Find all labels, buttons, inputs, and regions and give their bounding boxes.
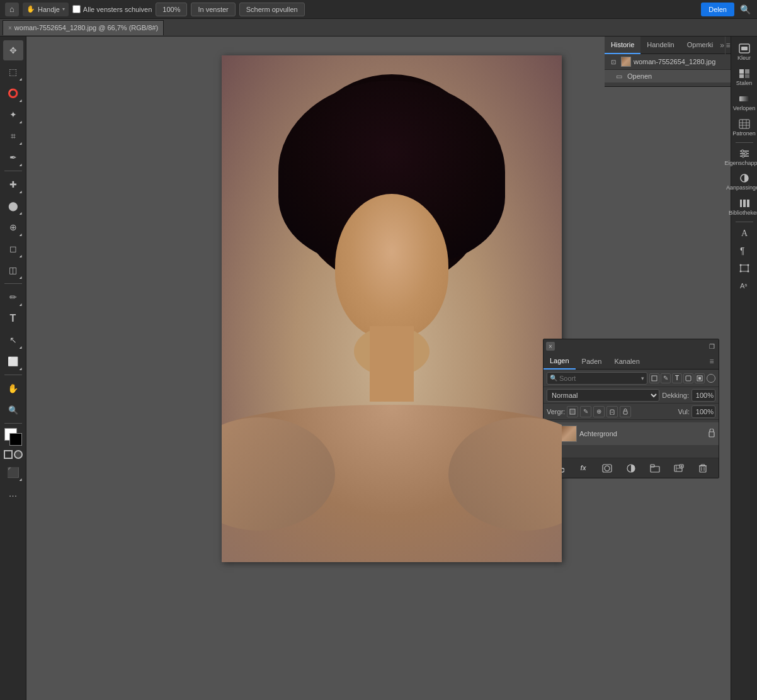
color-panel-icon: [737, 43, 751, 54]
lock-image-button[interactable]: ✎: [580, 406, 591, 417]
shape-tool-button[interactable]: ⬜: [3, 351, 23, 371]
clone-stamp-button[interactable]: ⊕: [3, 217, 23, 237]
layers-filter-toggle[interactable]: [707, 374, 715, 383]
tab-kanalen[interactable]: Kanalen: [608, 353, 646, 370]
main-layout: ✥ ⬚ ⭕ ✦ ⌗ ✒ ✚ ⬤ ⊕: [0, 37, 757, 700]
tool-selector[interactable]: ✋ Handje ▾: [23, 3, 69, 16]
layer-row-achtergrond[interactable]: Achtergrond: [544, 422, 719, 445]
eigenschappen-panel-button[interactable]: Eigenschappen: [733, 145, 756, 169]
layers-search-input[interactable]: [559, 375, 639, 382]
normal-mode-button[interactable]: [4, 450, 13, 459]
left-toolbar: ✥ ⬚ ⭕ ✦ ⌗ ✒ ✚ ⬤ ⊕: [0, 37, 26, 700]
all-windows-checkbox[interactable]: [72, 5, 81, 13]
history-item-openen[interactable]: ▭ Openen: [605, 70, 731, 82]
gradient-icon: ◫: [9, 265, 17, 275]
layer-name: Achtergrond: [579, 430, 705, 438]
text-panel-icon: A: [737, 227, 751, 239]
svg-rect-2: [739, 69, 744, 74]
verlopen-panel-button[interactable]: Verlopen: [733, 91, 756, 115]
right-panel-separator-1: [736, 142, 753, 143]
search-button[interactable]: 🔍: [738, 3, 752, 16]
svg-text:Aa: Aa: [740, 282, 747, 290]
hand-tool-button[interactable]: ✋: [3, 378, 23, 398]
magic-wand-button[interactable]: ✦: [3, 104, 23, 125]
new-fill-layer-button[interactable]: [624, 461, 638, 475]
stalen-panel-button[interactable]: Stalen: [733, 65, 756, 89]
lasso-tool-button[interactable]: ⭕: [3, 83, 23, 103]
layer-fx-button[interactable]: fx: [576, 461, 590, 475]
layers-panel-close-button[interactable]: ×: [546, 342, 555, 351]
text-panel-button[interactable]: A: [733, 225, 756, 241]
tab-paden[interactable]: Paden: [576, 353, 608, 370]
filter-shape-button[interactable]: [683, 373, 693, 383]
opacity-input[interactable]: [692, 389, 715, 402]
text-tool-button[interactable]: T: [3, 308, 23, 329]
panel-tabs-more-button[interactable]: »: [719, 37, 725, 54]
zoom-button[interactable]: 100%: [156, 3, 187, 16]
quick-mask-button[interactable]: [14, 450, 23, 459]
background-color[interactable]: [9, 433, 22, 446]
tab-close-icon[interactable]: ×: [8, 25, 12, 31]
more-tools-button[interactable]: …: [3, 483, 23, 504]
path-select-button[interactable]: ↖: [3, 330, 23, 350]
color-swatches[interactable]: [3, 427, 23, 447]
color-panel-button[interactable]: Kleur: [733, 40, 756, 64]
lock-all-button[interactable]: [620, 406, 631, 417]
history-source-button[interactable]: ⊡: [608, 57, 618, 67]
layers-search-box[interactable]: 🔍 ▾: [547, 372, 647, 385]
patronen-panel-button[interactable]: Patronen: [733, 116, 756, 140]
scherm-opvullen-button[interactable]: Scherm opvullen: [239, 3, 305, 16]
brush-tool-button[interactable]: ⬤: [3, 196, 23, 216]
tab-historie[interactable]: Historie: [605, 37, 640, 54]
layers-panel-menu-button[interactable]: ≡: [705, 353, 719, 370]
transform-panel-button[interactable]: [733, 260, 756, 276]
history-panel: Historie Handelin Opmerki » ≡ ⊡: [605, 37, 731, 87]
zoom-tool-button[interactable]: 🔍: [3, 400, 23, 420]
lock-artboard-button[interactable]: ⊕: [593, 406, 605, 417]
healing-brush-button[interactable]: ✚: [3, 174, 23, 195]
document-tab[interactable]: × woman-7552654_1280.jpg @ 66,7% (RGB/8#…: [3, 20, 164, 35]
marquee-tool-icon: ⬚: [9, 67, 17, 77]
bibliotheken-panel-button[interactable]: Bibliotheken: [733, 195, 756, 219]
all-windows-checkbox-label[interactable]: Alle vensters schuiven: [72, 5, 152, 13]
tab-lagen[interactable]: Lagen: [544, 353, 576, 370]
gradient-button[interactable]: ◫: [3, 260, 23, 280]
glyphs-panel-button[interactable]: Aa: [733, 278, 756, 294]
new-layer-button[interactable]: [672, 461, 686, 475]
in-venster-button[interactable]: In venster: [191, 3, 235, 16]
eraser-button[interactable]: ◻: [3, 239, 23, 259]
new-group-button[interactable]: [648, 461, 662, 475]
document-tab-bar: × woman-7552654_1280.jpg @ 66,7% (RGB/8#…: [0, 19, 757, 37]
filter-smart-button[interactable]: [695, 373, 705, 383]
filter-adjust-button[interactable]: ✎: [661, 373, 671, 383]
paragraph-panel-button[interactable]: ¶: [733, 242, 756, 259]
tab-opmerkingen[interactable]: Opmerki: [681, 37, 720, 54]
eyedropper-button[interactable]: ✒: [3, 147, 23, 167]
pen-tool-button[interactable]: ✏: [3, 287, 23, 307]
move-tool-button[interactable]: ✥: [3, 40, 23, 60]
blend-mode-select[interactable]: Normaal: [547, 389, 659, 402]
add-mask-button[interactable]: [600, 461, 614, 475]
panel-menu-button[interactable]: ≡: [725, 37, 731, 54]
layers-panel: × ❐ Lagen Paden Kanalen ≡ 🔍: [543, 339, 719, 478]
svg-rect-7: [739, 120, 749, 128]
layers-panel-expand-button[interactable]: ❐: [707, 342, 716, 351]
filter-text-button[interactable]: T: [672, 373, 682, 383]
marquee-tool-button[interactable]: ⬚: [3, 62, 23, 82]
magic-wand-icon: ✦: [9, 110, 17, 120]
filter-pixel-button[interactable]: [649, 373, 659, 383]
delen-button[interactable]: Delen: [701, 3, 734, 16]
checkbox-text: Alle vensters schuiven: [83, 6, 152, 13]
fill-input[interactable]: [692, 405, 715, 418]
tab-handelin[interactable]: Handelin: [640, 37, 680, 54]
lock-position-button[interactable]: [606, 406, 618, 417]
history-item-label: Openen: [627, 72, 652, 80]
screen-mode-button[interactable]: ⬛: [3, 462, 23, 482]
aanpassingen-panel-button[interactable]: Aanpassingen: [733, 170, 756, 194]
svg-rect-56: [701, 465, 705, 466]
lock-transparent-button[interactable]: [567, 406, 578, 417]
delete-layer-button[interactable]: [696, 461, 710, 475]
home-button[interactable]: ⌂: [5, 3, 19, 16]
crop-tool-button[interactable]: ⌗: [3, 126, 23, 146]
hand-tool-icon: ✋: [8, 383, 18, 393]
